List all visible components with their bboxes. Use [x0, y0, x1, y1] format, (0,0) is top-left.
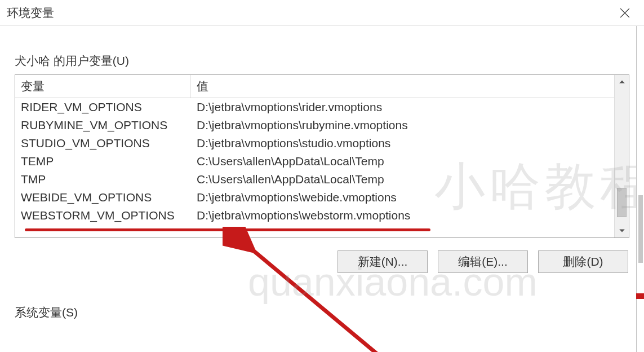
titlebar: 环境变量 [0, 0, 644, 26]
annotation-underline [25, 228, 430, 231]
scroll-down-button[interactable] [615, 224, 629, 237]
delete-button[interactable]: 删除(D) [538, 250, 628, 273]
outer-scroll-thumb[interactable] [638, 195, 643, 263]
cell-var-name: RUBYMINE_VM_OPTIONS [15, 116, 191, 134]
outer-scrollbar[interactable] [636, 26, 644, 352]
system-vars-label: 系统变量(S) [15, 305, 629, 320]
watermark-url: quanxiaona.com [248, 259, 538, 305]
cell-var-value: D:\jetbra\vmoptions\rubymine.vmoptions [191, 116, 614, 134]
cell-var-value: D:\jetbra\vmoptions\studio.vmoptions [191, 134, 614, 152]
cell-var-value: D:\jetbra\vmoptions\rider.vmoptions [191, 98, 614, 116]
window-title: 环境变量 [7, 5, 54, 21]
cell-var-name: TMP [15, 170, 191, 188]
annotation-edge [636, 293, 644, 299]
column-header-value[interactable]: 值 [191, 75, 614, 98]
column-header-name[interactable]: 变量 [15, 75, 191, 98]
close-icon [620, 8, 630, 18]
cell-var-name: WEBIDE_VM_OPTIONS [15, 188, 191, 206]
table-header: 变量 值 [15, 75, 614, 98]
cell-var-name: WEBSTORM_VM_OPTIONS [15, 206, 191, 225]
user-vars-label: 犬小哈 的用户变量(U) [15, 53, 629, 69]
table-row[interactable]: RUBYMINE_VM_OPTIONSD:\jetbra\vmoptions\r… [15, 116, 614, 134]
chevron-up-icon [619, 78, 625, 85]
table-row[interactable]: RIDER_VM_OPTIONSD:\jetbra\vmoptions\ride… [15, 98, 614, 116]
chevron-down-icon [619, 227, 625, 234]
cell-var-name: RIDER_VM_OPTIONS [15, 98, 191, 116]
table-row[interactable]: STUDIO_VM_OPTIONSD:\jetbra\vmoptions\stu… [15, 134, 614, 152]
scroll-up-button[interactable] [615, 75, 629, 89]
cell-var-name: STUDIO_VM_OPTIONS [15, 134, 191, 152]
close-button[interactable] [612, 1, 637, 25]
watermark-text: 小哈教程 [434, 152, 644, 221]
cell-var-name: TEMP [15, 152, 191, 170]
